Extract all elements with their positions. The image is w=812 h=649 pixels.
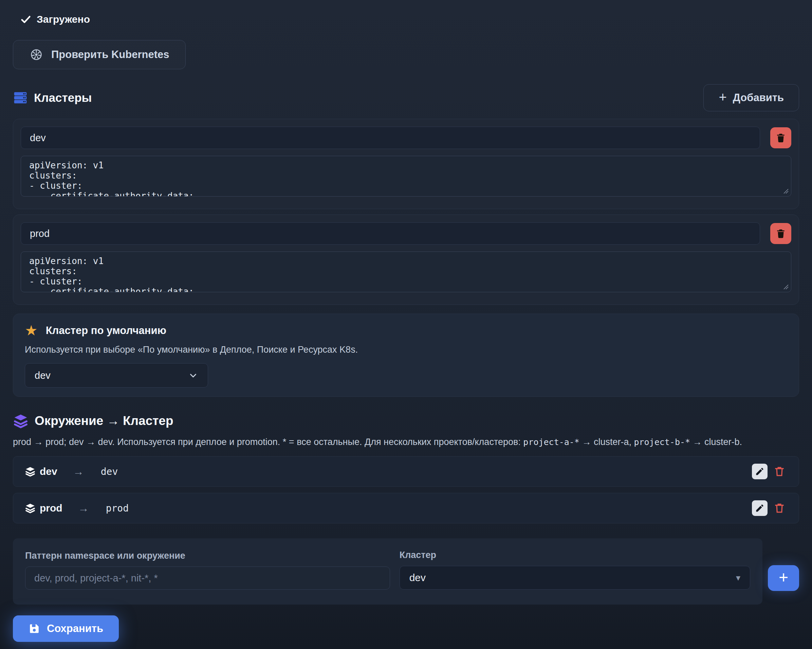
env-mapping-title: Окружение → Кластер bbox=[35, 414, 174, 428]
status-label: Загружено bbox=[37, 14, 90, 25]
trash-icon bbox=[775, 132, 786, 143]
cluster-field-group: Кластер dev ▾ bbox=[400, 550, 750, 589]
kubernetes-wheel-icon bbox=[29, 48, 43, 61]
verify-kubernetes-button[interactable]: Проверить Kubernetes bbox=[13, 40, 186, 69]
mapping-row-actions bbox=[752, 464, 787, 479]
mapping-env-name: prod bbox=[40, 502, 63, 514]
plus-icon: + bbox=[719, 90, 727, 104]
chevron-down-icon bbox=[188, 370, 198, 380]
save-button[interactable]: Сохранить bbox=[13, 615, 119, 642]
mapping-cluster-select[interactable]: dev ▾ bbox=[400, 566, 750, 589]
arrow-right-icon: → bbox=[78, 502, 89, 515]
delete-cluster-dev-button[interactable] bbox=[770, 127, 791, 148]
cluster-card-prod: apiVersion: v1 clusters: - cluster: cert… bbox=[13, 215, 799, 305]
mapping-cluster-name: prod bbox=[106, 503, 129, 514]
pattern-field-group: Паттерн namespace или окружение bbox=[25, 551, 390, 589]
pattern-input[interactable] bbox=[25, 567, 390, 589]
delete-mapping-button[interactable] bbox=[772, 464, 787, 479]
env-desc-code: project-a-* bbox=[523, 437, 580, 447]
add-cluster-label: Добавить bbox=[733, 92, 784, 104]
edit-mapping-button[interactable] bbox=[752, 500, 768, 516]
default-cluster-select[interactable]: dev bbox=[25, 363, 208, 388]
pencil-icon bbox=[755, 503, 765, 513]
trash-icon bbox=[775, 228, 786, 239]
env-mapping-description: prod → prod; dev → dev. Используется при… bbox=[13, 437, 799, 447]
cluster-name-input-dev[interactable] bbox=[21, 127, 760, 149]
plus-icon: + bbox=[779, 568, 788, 586]
add-cluster-button[interactable]: + Добавить bbox=[704, 84, 799, 111]
default-cluster-title-group: ★ Кластер по умолчанию bbox=[25, 324, 787, 338]
add-mapping-card: Паттерн namespace или окружение Кластер … bbox=[13, 538, 762, 605]
delete-mapping-button[interactable] bbox=[772, 500, 787, 516]
layers-icon bbox=[25, 466, 36, 477]
check-icon bbox=[20, 14, 31, 25]
mapping-row-dev: dev → dev bbox=[13, 456, 799, 487]
default-cluster-card: ★ Кластер по умолчанию Используется при … bbox=[13, 314, 799, 397]
trash-icon bbox=[774, 466, 785, 477]
mapping-row-actions bbox=[752, 500, 787, 516]
save-button-label: Сохранить bbox=[47, 623, 103, 635]
resize-grip[interactable] bbox=[782, 187, 789, 194]
mapping-row-prod: prod → prod bbox=[13, 493, 799, 524]
pattern-label: Паттерн namespace или окружение bbox=[25, 551, 390, 561]
clusters-section-title: Кластеры bbox=[34, 91, 92, 105]
env-mapping-header: Окружение → Кластер bbox=[13, 413, 799, 429]
cluster-name-input-prod[interactable] bbox=[21, 222, 760, 245]
mapping-cluster-selected-value: dev bbox=[409, 572, 426, 583]
mapping-cluster-name: dev bbox=[101, 466, 118, 477]
triangle-down-icon: ▾ bbox=[736, 573, 740, 582]
default-cluster-title: Кластер по умолчанию bbox=[46, 325, 166, 337]
default-cluster-description: Используется при выборе «По умолчанию» в… bbox=[25, 345, 787, 355]
arrow-right-icon: → bbox=[73, 465, 84, 478]
env-desc-text: → cluster-a, bbox=[580, 437, 634, 447]
layers-icon bbox=[13, 413, 29, 429]
clusters-title-group: Кластеры bbox=[13, 90, 92, 105]
save-floppy-icon bbox=[29, 623, 40, 634]
cluster-card-dev: apiVersion: v1 clusters: - cluster: cert… bbox=[13, 119, 799, 209]
trash-icon bbox=[774, 502, 785, 514]
env-desc-text: prod → prod; dev → dev. Используется при… bbox=[13, 437, 523, 447]
default-cluster-selected-value: dev bbox=[35, 370, 50, 381]
kubeconfig-textarea-prod[interactable]: apiVersion: v1 clusters: - cluster: cert… bbox=[21, 252, 791, 292]
delete-cluster-prod-button[interactable] bbox=[770, 223, 791, 244]
clusters-section-header: Кластеры + Добавить bbox=[13, 84, 799, 111]
add-mapping-form: Паттерн namespace или окружение Кластер … bbox=[13, 538, 799, 605]
load-status: Загружено bbox=[20, 12, 799, 26]
edit-mapping-button[interactable] bbox=[752, 464, 768, 479]
mapping-env-name: dev bbox=[40, 466, 57, 477]
pencil-icon bbox=[755, 467, 765, 476]
resize-grip[interactable] bbox=[782, 283, 789, 290]
add-mapping-button[interactable]: + bbox=[768, 565, 799, 591]
kubeconfig-textarea-dev[interactable]: apiVersion: v1 clusters: - cluster: cert… bbox=[21, 156, 791, 197]
layers-icon bbox=[25, 503, 36, 513]
star-icon: ★ bbox=[25, 324, 38, 338]
cluster-label: Кластер bbox=[400, 550, 750, 560]
servers-icon bbox=[13, 90, 28, 105]
env-desc-text: → cluster-b. bbox=[690, 437, 742, 447]
env-desc-code: project-b-* bbox=[634, 437, 690, 447]
verify-kubernetes-label: Проверить Kubernetes bbox=[51, 49, 169, 61]
